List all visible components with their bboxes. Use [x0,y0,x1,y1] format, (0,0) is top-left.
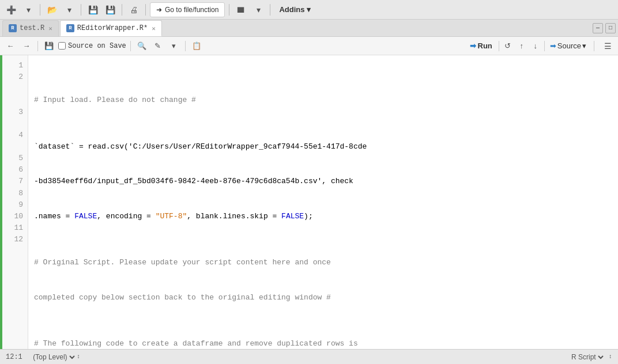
script-type-select[interactable]: R Script [569,352,605,362]
line-numbers: 1 2 3 4 5 6 7 8 9 10 11 12 [2,55,28,349]
code-tools-button[interactable]: 📋 [190,39,204,53]
menu-button[interactable]: ☰ [601,39,615,53]
line-num-10: 10 [8,211,23,222]
separator-6 [270,4,270,16]
ed-sep-3 [185,41,186,51]
status-separator [22,353,31,361]
reditor-wrapper-close-icon[interactable]: ✕ [152,25,156,32]
addins-button[interactable]: Addins ▾ [274,4,315,15]
line-num-7: 7 [8,176,23,187]
source-label: Source [557,41,581,50]
source-on-save-text: Source on Save [68,42,126,50]
source-on-save-checkbox[interactable] [58,42,66,50]
code-editor[interactable]: # Input load. Please do not change # `da… [28,55,618,349]
tab-reditor-wrapper[interactable]: R REditorWrapper.R* ✕ [60,20,162,36]
back-button[interactable]: ← [3,39,17,53]
editor-toolbar: ← → 💾 Source on Save 🔍 ✎ ▾ 📋 ➡ Run ↺ ↑ ↓… [0,37,618,55]
test-r-icon: R [9,24,17,32]
reditor-wrapper-icon: R [66,24,74,32]
spell-check-button[interactable]: ✎ [151,39,165,53]
main-window: ➕ ▾ 📂 ▾ 💾 💾 🖨 ➜ Go to file/function ⯀ ▾ … [0,0,618,364]
ed-sep-6 [594,41,594,51]
save-file-button[interactable]: 💾 [42,39,56,53]
line-num-4b [8,141,23,153]
line-num-9: 9 [8,199,23,211]
source-on-save-label[interactable]: Source on Save [58,42,126,50]
ed-sep-1 [37,41,38,51]
status-right: R Script ↕ [569,352,612,362]
save-icon[interactable]: 💾 [85,2,100,17]
dropdown-arrow2-icon[interactable]: ▾ [62,2,77,17]
separator-2 [81,4,81,16]
tab-test-r[interactable]: R test.R ✕ [2,20,59,36]
code-line-3b: completed copy below section back to the… [34,292,612,304]
top-level-select[interactable]: (Top Level) [31,352,77,362]
source-arrow-icon: ➡ [550,41,556,50]
separator-3 [122,4,122,16]
line-num-1: 1 [8,60,23,71]
source-button[interactable]: ➡ Source ▾ [547,40,590,51]
separator-1 [40,4,40,16]
line-num-3: 3 [8,107,23,118]
line-num-4: 4 [8,130,23,141]
run-up-button[interactable]: ↑ [515,39,529,53]
re-run-button[interactable]: ↺ [501,39,515,53]
source-dropdown-icon: ▾ [582,41,586,50]
cursor-position: 12:1 [6,353,22,361]
run-source-group: ➡ Run ↺ ↑ ↓ ➡ Source ▾ [465,39,590,53]
test-r-label: test.R [20,24,44,32]
line-num-3b [8,118,23,130]
addins-dropdown-icon: ▾ [307,5,311,14]
line-num-6: 6 [8,164,23,176]
addins-label: Addins [279,5,304,14]
reditor-wrapper-label: REditorWrapper.R* [77,24,148,32]
maximize-button[interactable]: □ [605,23,616,33]
run-down-button[interactable]: ↓ [529,39,542,53]
line-num-12: 12 [8,234,23,245]
dropdown-button[interactable]: ▾ [167,39,181,53]
print-icon[interactable]: 🖨 [126,2,141,17]
code-line-1: # Input load. Please do not change # [34,94,612,106]
grid-icon[interactable]: ⯀ [233,2,248,17]
run-button[interactable]: ➡ Run [465,40,497,51]
separator-4 [145,4,146,16]
run-arrow-icon: ➡ [470,41,476,50]
ed-sep-5 [544,41,545,51]
test-r-close-icon[interactable]: ✕ [48,25,52,32]
top-level-arrow: ↕ [77,354,80,360]
code-line-3: # Original Script. Please update your sc… [34,257,612,268]
line-num-2c [8,94,23,106]
code-line-4: # The following code to create a datafra… [34,338,612,349]
line-num-11: 11 [8,222,23,234]
arrow-icon: ➜ [156,6,162,14]
new-file-icon[interactable]: ➕ [3,2,18,17]
go-to-label: Go to file/function [165,6,218,14]
forward-button[interactable]: → [20,39,33,53]
go-to-file-button[interactable]: ➜ Go to file/function [150,2,225,17]
line-num-5: 5 [8,153,23,164]
search-button[interactable]: 🔍 [135,39,149,53]
dropdown-arrow-icon[interactable]: ▾ [21,2,36,17]
open-icon[interactable]: 📂 [44,2,59,17]
grid-dropdown-icon[interactable]: ▾ [251,2,266,17]
code-line-2: `dataset` = read.csv('C:/Users/User/REdi… [34,141,612,153]
line-num-2: 2 [8,71,23,83]
status-bar: 12:1 (Top Level) ↕ R Script ↕ [0,349,618,364]
top-toolbar: ➕ ▾ 📂 ▾ 💾 💾 🖨 ➜ Go to file/function ⯀ ▾ … [0,0,618,20]
editor-area: 1 2 3 4 5 6 7 8 9 10 11 12 # Input load.… [0,55,618,349]
run-label: Run [478,41,492,50]
tab-bar: R test.R ✕ R REditorWrapper.R* ✕ — □ [0,20,618,37]
ed-sep-2 [130,41,131,51]
minimize-button[interactable]: — [593,23,603,33]
ed-sep-4 [499,41,499,51]
separator-5 [229,4,229,16]
code-line-2c: .names = FALSE, encoding = "UTF-8", blan… [34,211,612,222]
line-num-2b [8,83,23,94]
script-type-arrow: ↕ [609,354,612,360]
code-line-2b: -bd3854eeff6d/input_df_5bd034f6-9842-4ee… [34,176,612,187]
save-all-icon[interactable]: 💾 [103,2,118,17]
line-num-8: 8 [8,188,23,199]
window-controls: — □ [593,23,616,33]
